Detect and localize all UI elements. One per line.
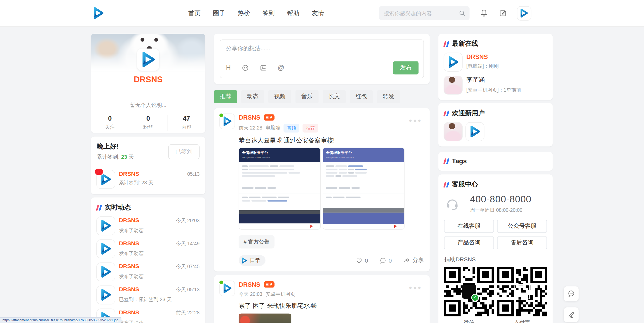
search-input[interactable] <box>383 10 459 17</box>
pinned-badge: 置顶 <box>284 124 300 133</box>
realtime-item[interactable]: DRSNS今天 07:45 发布了动态 <box>97 263 200 281</box>
emoji-tool-icon[interactable] <box>241 64 249 72</box>
realtime-avatar[interactable] <box>97 286 115 304</box>
post-content: 累了 困了 来瓶快乐肥宅水😂 <box>239 302 424 310</box>
post-menu-icon[interactable]: ●●● <box>409 117 422 123</box>
online-service-button[interactable]: 在线客服 <box>444 220 494 233</box>
topic-play-icon <box>241 257 248 264</box>
heart-icon <box>356 257 363 264</box>
online-user-name[interactable]: DRSNS <box>466 53 498 60</box>
section-slashes-icon <box>444 182 449 187</box>
stat-following[interactable]: 0 关注 <box>91 115 129 131</box>
online-dot <box>218 113 224 118</box>
top-navbar: 首页 圈子 热榜 签到 帮助 友情 <box>0 0 644 27</box>
new-user-avatar[interactable] <box>466 123 484 141</box>
latest-online-card: 最新在线 DRSNS [电脑端]：刚刚 李芷涵 [安卓手机网页]：1星期前 <box>438 34 553 100</box>
nav-link-home[interactable]: 首页 <box>188 9 201 17</box>
left-sidebar: DRSNS 暂无个人说明... 0 关注 0 粉丝 47 内容 <box>91 34 205 323</box>
image-tool-icon[interactable] <box>260 64 267 72</box>
signin-total: 累计签到: 23 天 <box>97 153 134 161</box>
nav-link-checkin[interactable]: 签到 <box>262 9 275 17</box>
post-composer-card: 分享你的想法...... H <box>214 34 430 84</box>
nav-link-friends[interactable]: 友情 <box>312 9 324 17</box>
online-user-avatar[interactable] <box>444 76 462 94</box>
post-source: 电脑端 <box>266 125 280 132</box>
online-dot <box>218 280 224 285</box>
entry-name[interactable]: DRSNS <box>119 170 139 177</box>
alipay-qr-label: 支付宝 <box>497 319 547 323</box>
alipay-center-photo <box>514 284 530 299</box>
quick-post-button[interactable] <box>564 307 578 322</box>
heading-tool-icon[interactable]: H <box>226 64 231 72</box>
section-slashes-icon <box>444 41 449 47</box>
section-slashes-icon <box>444 110 449 116</box>
tab-article[interactable]: 长文 <box>323 90 346 103</box>
tab-recommended[interactable]: 推荐 <box>214 90 237 103</box>
entry-avatar[interactable]: 1 <box>97 170 115 188</box>
share-button[interactable]: 分享 <box>403 257 424 264</box>
online-user-avatar[interactable] <box>444 53 462 71</box>
signin-entry-row[interactable]: 1 DRSNS 05:13 累计签到: 23 天 <box>97 170 200 188</box>
user-avatar[interactable] <box>517 6 531 20</box>
recommended-badge: 推荐 <box>303 124 318 133</box>
wechat-official-service-button[interactable]: 公众号客服 <box>497 220 547 233</box>
share-icon <box>403 257 411 264</box>
profile-bio: 暂无个人说明... <box>91 102 205 109</box>
stat-followers[interactable]: 0 粉丝 <box>129 115 167 131</box>
post-image-screenshot-2[interactable]: 全管理服务平台 Management Service Platform <box>323 148 404 230</box>
nav-link-hot[interactable]: 热榜 <box>238 9 250 17</box>
nav-link-help[interactable]: 帮助 <box>287 9 300 17</box>
wechat-logo: ✔ <box>462 284 476 298</box>
feedback-chat-button[interactable] <box>564 286 578 301</box>
tab-moments[interactable]: 动态 <box>241 90 264 103</box>
profile-name[interactable]: DRSNS <box>91 75 205 84</box>
site-logo-icon[interactable] <box>91 4 106 23</box>
profile-avatar[interactable] <box>137 49 159 71</box>
signed-in-button[interactable]: 已签到 <box>168 144 200 159</box>
mention-tool-icon[interactable]: @ <box>278 64 284 72</box>
post-card: ●●● DRSNS VIP 前天 22:28 电脑端 <box>214 108 430 271</box>
post-tag-chip[interactable]: # 官方公告 <box>239 235 275 249</box>
composer-placeholder: 分享你的想法...... <box>226 45 418 52</box>
watermark-logo <box>309 224 319 228</box>
realtime-item[interactable]: DRSNS今天 05:13 已签到：累计签到 23 天 <box>97 286 200 304</box>
welcome-new-users-card: 欢迎新用户 <box>438 103 553 147</box>
online-user-row[interactable]: DRSNS [电脑端]：刚刚 <box>444 53 547 71</box>
new-user-avatar[interactable] <box>444 123 462 141</box>
post-author-name[interactable]: DRSNS <box>239 114 260 121</box>
nav-link-circles[interactable]: 圈子 <box>213 9 225 17</box>
post-author-name[interactable]: DRSNS <box>239 281 260 288</box>
like-button[interactable]: 0 <box>356 257 368 264</box>
feed-column: 分享你的想法...... H <box>214 34 430 323</box>
product-inquiry-button[interactable]: 产品咨询 <box>444 236 494 249</box>
aftersale-inquiry-button[interactable]: 售后咨询 <box>497 236 547 249</box>
notifications-bell-icon[interactable] <box>479 9 488 18</box>
compose-edit-icon[interactable] <box>498 9 507 18</box>
tab-redpacket[interactable]: 红包 <box>350 90 373 103</box>
tab-music[interactable]: 音乐 <box>295 90 319 103</box>
post-avatar[interactable] <box>220 114 234 129</box>
post-image-screenshot-1[interactable]: 全管理服务平台 Management Service Platform <box>239 148 321 230</box>
wechat-qr-label: 微信 <box>444 319 494 323</box>
greeting-text: 晚上好! <box>97 142 134 151</box>
post-avatar[interactable] <box>220 281 234 296</box>
notification-count-badge: 1 <box>94 168 104 176</box>
realtime-avatar[interactable] <box>97 217 115 235</box>
post-image-game-screenshot[interactable] <box>239 313 291 323</box>
realtime-avatar[interactable] <box>97 240 115 258</box>
publish-button[interactable]: 发布 <box>393 61 418 74</box>
tab-video[interactable]: 视频 <box>268 90 291 103</box>
tab-repost[interactable]: 转发 <box>377 90 400 103</box>
post-menu-icon[interactable]: ●●● <box>409 284 422 290</box>
online-user-name[interactable]: 李芷涵 <box>466 76 521 84</box>
post-topic-chip[interactable]: 日常 <box>239 255 265 266</box>
realtime-item[interactable]: DRSNS今天 20:03 发布了动态 <box>97 217 200 235</box>
realtime-item[interactable]: DRSNS今天 14:49 发布了动态 <box>97 240 200 258</box>
search-icon[interactable] <box>459 10 465 17</box>
realtime-avatar[interactable] <box>97 263 115 281</box>
composer-input[interactable]: 分享你的想法...... H <box>220 40 424 78</box>
stat-content[interactable]: 47 内容 <box>167 115 206 131</box>
post-images: 全管理服务平台 Management Service Platform <box>239 148 424 230</box>
online-user-row[interactable]: 李芷涵 [安卓手机网页]：1星期前 <box>444 76 547 94</box>
comment-button[interactable]: 0 <box>380 257 392 264</box>
